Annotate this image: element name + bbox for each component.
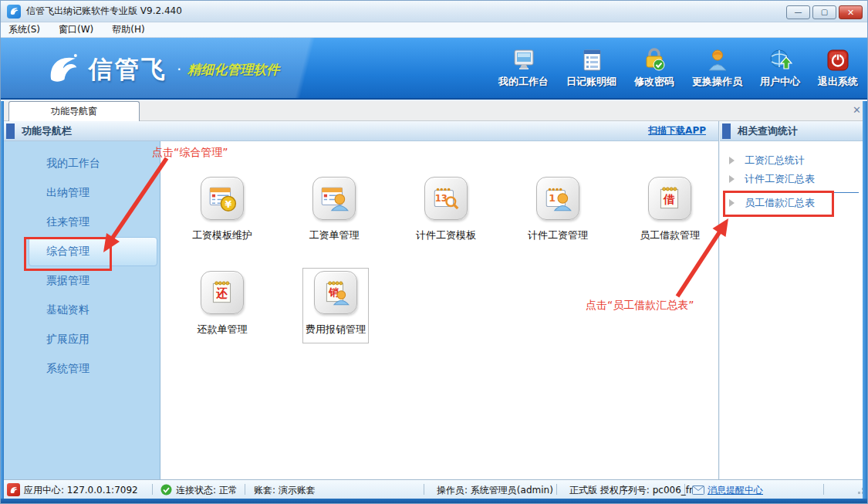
app-salary-template[interactable]: ¥ 工资模板维护 xyxy=(184,177,261,242)
status-account: 账套: 演示账套 xyxy=(254,484,316,497)
status-operator: 操作员: 系统管理员(admin) xyxy=(437,484,553,497)
nav-header-title: 功能导航栏 xyxy=(22,124,72,138)
salary-sheet-icon xyxy=(312,177,356,220)
app-window: 信管飞出纳记账软件专业版 V9.2.440 — ▢ ✕ 系统(S) 窗口(W) … xyxy=(0,0,868,504)
related-query-panel: 工资汇总统计 计件工资汇总表 员工借款汇总表 xyxy=(720,141,863,479)
brand-name: 信管飞 xyxy=(89,53,167,86)
header-toolbar: 我的工作台 日记账明细 xyxy=(498,47,858,89)
window-title: 信管飞出纳记账软件专业版 V9.2.440 xyxy=(26,5,182,18)
annotation-click-loan-summary: 点击“员工借款汇总表” xyxy=(586,299,694,313)
svg-text:借: 借 xyxy=(663,192,675,205)
brand-slogan: 精细化管理软件 xyxy=(187,61,279,79)
nav-header-accent xyxy=(6,123,15,139)
status-logo-icon xyxy=(7,483,20,496)
status-connection: 连接状态: 正常 xyxy=(176,484,238,497)
minimize-button[interactable]: — xyxy=(786,5,810,19)
header-banner: 信管飞 · 精细化管理软件 我的工作台 xyxy=(1,38,868,100)
status-app-center: 应用中心: 127.0.0.1:7092 xyxy=(24,484,138,497)
connection-ok-icon xyxy=(160,484,172,496)
monitor-icon xyxy=(512,47,536,72)
nav-panel-header: 功能导航栏 扫描下载APP xyxy=(4,121,718,141)
svg-text:销: 销 xyxy=(328,286,339,298)
app-expense-reimburse[interactable]: 销 费用报销管理 xyxy=(297,271,374,337)
brand-logo: 信管飞 · 精细化管理软件 xyxy=(46,52,279,87)
triangle-icon xyxy=(729,157,735,164)
envelope-icon[interactable] xyxy=(692,485,704,495)
title-bar: 信管飞出纳记账软件专业版 V9.2.440 — ▢ ✕ xyxy=(1,1,868,22)
triangle-icon xyxy=(729,199,735,207)
maximize-button[interactable]: ▢ xyxy=(812,5,836,19)
app-label: 员工借款管理 xyxy=(631,228,708,242)
menu-bar: 系统(S) 窗口(W) 帮助(H) xyxy=(1,22,868,38)
app-logo-icon xyxy=(7,5,21,19)
app-salary-sheet[interactable]: 工资单管理 xyxy=(296,177,373,242)
svg-text:还: 还 xyxy=(216,286,228,299)
sidebar-item-extensions[interactable]: 扩展应用 xyxy=(4,325,160,354)
toolbar-user-center[interactable]: 用户中心 xyxy=(760,47,800,89)
sidebar-item-comprehensive[interactable]: 综合管理 xyxy=(29,237,157,266)
message-center-link[interactable]: 消息提醒中心 xyxy=(708,484,763,497)
sidebar-nav: 我的工作台 出纳管理 往来管理 综合管理 票据管理 基础资料 扩展应用 系统管理 xyxy=(4,141,160,479)
brand-dot: · xyxy=(177,60,181,79)
sidebar-item-my-workbench[interactable]: 我的工作台 xyxy=(4,149,160,178)
svg-text:¥: ¥ xyxy=(225,198,231,210)
menu-help[interactable]: 帮助(H) xyxy=(112,23,144,36)
svg-text:13: 13 xyxy=(435,193,448,204)
svg-text:1: 1 xyxy=(549,192,556,204)
app-repayment[interactable]: 还 还款单管理 xyxy=(184,271,261,337)
report-salary-summary[interactable]: 工资汇总统计 xyxy=(720,154,805,167)
tab-function-nav[interactable]: 功能导航窗 xyxy=(8,101,140,121)
app-label: 计件工资模板 xyxy=(407,228,485,242)
panel-divider xyxy=(718,121,719,479)
status-separator xyxy=(152,484,153,495)
tab-close-icon[interactable]: ✕ xyxy=(853,104,861,116)
sidebar-item-system[interactable]: 系统管理 xyxy=(4,354,160,384)
right-header-accent xyxy=(722,123,731,139)
toolbar-exit-system[interactable]: 退出系统 xyxy=(818,47,858,89)
right-header-title: 相关查询统计 xyxy=(738,124,798,138)
globe-icon xyxy=(768,47,792,72)
status-separator xyxy=(823,484,824,495)
triangle-icon xyxy=(729,175,735,183)
status-separator xyxy=(556,484,557,495)
status-bar: 应用中心: 127.0.0.1:7092 连接状态: 正常 账套: 演示账套 操… xyxy=(1,479,868,499)
toolbar-my-workbench[interactable]: 我的工作台 xyxy=(498,47,549,89)
panel-separator-line xyxy=(741,192,859,193)
report-loan-summary[interactable]: 员工借款汇总表 xyxy=(720,196,815,210)
repayment-icon: 还 xyxy=(201,271,244,314)
power-icon xyxy=(826,47,849,72)
toolbar-switch-operator[interactable]: 更换操作员 xyxy=(692,47,742,89)
status-license: 正式版 授权序列号: pc006_fr xyxy=(569,484,693,497)
piecework-template-icon: 13 xyxy=(424,177,468,220)
sidebar-item-bills[interactable]: 票据管理 xyxy=(4,266,160,296)
menu-system[interactable]: 系统(S) xyxy=(8,23,40,36)
app-employee-loan[interactable]: 借 员工借款管理 xyxy=(631,177,708,242)
close-button[interactable]: ✕ xyxy=(839,5,863,19)
app-label: 费用报销管理 xyxy=(297,323,374,337)
tab-strip: 功能导航窗 ✕ xyxy=(1,101,868,121)
annotation-click-comprehensive: 点击“综合管理” xyxy=(152,146,228,160)
menu-window[interactable]: 窗口(W) xyxy=(59,23,93,36)
app-piecework-manage[interactable]: 1 计件工资管理 xyxy=(519,177,596,242)
sidebar-item-basic-data[interactable]: 基础资料 xyxy=(4,296,160,325)
sidebar-item-cashier[interactable]: 出纳管理 xyxy=(4,178,160,208)
salary-template-icon: ¥ xyxy=(201,177,244,220)
app-label: 工资模板维护 xyxy=(184,228,261,242)
scan-download-app-link[interactable]: 扫描下载APP xyxy=(648,124,706,137)
report-piecework-summary[interactable]: 计件工资汇总表 xyxy=(720,172,815,186)
window-edge-left xyxy=(1,101,4,499)
sidebar-item-contacts[interactable]: 往来管理 xyxy=(4,208,160,237)
operator-person-icon xyxy=(706,47,729,72)
status-separator xyxy=(684,484,685,495)
app-piecework-template[interactable]: 13 计件工资模板 xyxy=(407,177,485,242)
expense-reimburse-icon: 销 xyxy=(314,271,357,314)
journal-list-icon xyxy=(580,47,603,72)
app-label: 还款单管理 xyxy=(184,323,261,337)
toolbar-change-password[interactable]: 修改密码 xyxy=(634,47,674,89)
right-panel-header: 相关查询统计 xyxy=(720,121,863,141)
window-edge-bottom xyxy=(1,499,868,504)
app-label: 工资单管理 xyxy=(296,228,373,242)
piecework-manage-icon: 1 xyxy=(536,177,579,220)
app-label: 计件工资管理 xyxy=(519,228,596,242)
toolbar-journal-detail[interactable]: 日记账明细 xyxy=(566,47,616,89)
